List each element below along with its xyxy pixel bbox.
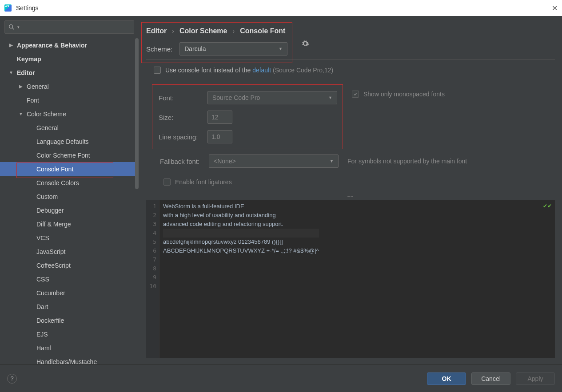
font-dropdown[interactable]: Source Code Pro ▼ <box>207 91 337 104</box>
tree-item-vcs[interactable]: VCS <box>0 231 139 245</box>
show-monospaced-label: Show only monospaced fonts <box>363 91 445 98</box>
tree-item-debugger[interactable]: Debugger <box>0 203 139 217</box>
tree-item-general[interactable]: General <box>0 121 139 135</box>
chevron-right-icon: › <box>232 28 235 35</box>
tree-item-label: Debugger <box>36 207 64 214</box>
close-icon[interactable]: ✕ <box>552 4 558 12</box>
default-link[interactable]: default <box>252 67 271 74</box>
window-title: Settings <box>16 4 39 12</box>
tree-item-handlebars-mustache[interactable]: Handlebars/Mustache <box>0 355 139 364</box>
svg-line-1 <box>12 28 14 30</box>
svg-point-0 <box>9 25 13 28</box>
line-spacing-label: Line spacing: <box>159 133 203 141</box>
tree-item-language-defaults[interactable]: Language Defaults <box>0 135 139 148</box>
search-dropdown-icon[interactable]: ▾ <box>17 25 20 29</box>
tree-item-dockerfile[interactable]: Dockerfile <box>0 313 139 327</box>
tree-item-editor[interactable]: ▼Editor <box>0 66 139 79</box>
tree-item-console-colors[interactable]: Console Colors <box>0 176 139 190</box>
tree-item-color-scheme[interactable]: ▼Color Scheme <box>0 107 139 121</box>
tree-item-label: Console Font <box>36 166 73 173</box>
font-label: Font: <box>159 94 203 102</box>
cancel-button[interactable]: Cancel <box>471 372 510 385</box>
tree-item-label: Dart <box>36 303 48 310</box>
sidebar-scrollbar[interactable] <box>135 38 139 364</box>
tree-item-label: Color Scheme Font <box>36 152 90 159</box>
tree-item-keymap[interactable]: Keymap <box>0 52 139 66</box>
size-label: Size: <box>159 114 203 121</box>
resize-grip[interactable]: ┅┅ <box>146 194 555 199</box>
tree-item-label: Handlebars/Mustache <box>36 358 97 365</box>
fallback-label: Fallback font: <box>160 158 204 165</box>
ligatures-checkbox[interactable] <box>163 178 171 186</box>
scheme-label: Scheme: <box>146 45 172 53</box>
tree-item-label: Cucumber <box>36 289 65 297</box>
tree-item-label: Color Scheme <box>27 111 66 118</box>
gear-icon[interactable] <box>301 40 309 48</box>
tree-item-diff-merge[interactable]: Diff & Merge <box>0 217 139 231</box>
highlight-marker-header: Editor › Color Scheme › Console Font Sch… <box>141 22 292 63</box>
tree-item-css[interactable]: CSS <box>0 272 139 286</box>
show-monospaced-checkbox[interactable] <box>352 91 359 98</box>
tree-item-dart[interactable]: Dart <box>0 300 139 313</box>
tree-item-label: Appearance & Behavior <box>17 42 87 49</box>
size-input[interactable]: 12 <box>207 111 232 124</box>
ligatures-label: Enable font ligatures <box>175 178 232 186</box>
tree-item-label: Editor <box>17 69 35 76</box>
chevron-right-icon: › <box>172 28 174 35</box>
help-button[interactable]: ? <box>7 374 17 384</box>
tree-item-haml[interactable]: Haml <box>0 341 139 355</box>
breadcrumb-editor[interactable]: Editor <box>146 27 167 35</box>
window-titlebar: Settings ✕ <box>0 0 562 16</box>
tree-item-label: Custom <box>36 193 58 200</box>
settings-tree: ▶Appearance & BehaviorKeymap▼Editor▶Gene… <box>0 38 139 364</box>
tree-item-label: Keymap <box>17 55 41 63</box>
breadcrumb: Editor › Color Scheme › Console Font <box>142 27 287 35</box>
tree-item-label: Console Colors <box>36 179 79 186</box>
tree-item-label: VCS <box>36 234 49 242</box>
tree-item-coffeescript[interactable]: CoffeeScript <box>0 258 139 272</box>
tree-item-label: General <box>27 83 49 90</box>
tree-item-font[interactable]: Font <box>0 93 139 107</box>
tree-item-cucumber[interactable]: Cucumber <box>0 286 139 300</box>
tree-item-general[interactable]: ▶General <box>0 79 139 93</box>
highlight-marker-font: Font: Source Code Pro ▼ Size: 12 Line sp… <box>152 84 343 149</box>
preview-code[interactable]: WebStorm is a full-featured IDE with a h… <box>159 200 323 358</box>
dialog-footer: ? OK Cancel Apply <box>0 364 562 392</box>
preview-gutter: 12345678910 <box>146 200 159 358</box>
tree-item-custom[interactable]: Custom <box>0 190 139 203</box>
chevron-down-icon: ▼ <box>328 95 332 100</box>
fallback-hint: For symbols not supported by the main fo… <box>347 158 467 165</box>
tree-item-label: EJS <box>36 331 48 338</box>
scheme-value: Darcula <box>184 45 279 52</box>
inspection-ok-icon[interactable]: ✔✔ <box>543 203 552 209</box>
tree-item-javascript[interactable]: JavaScript <box>0 245 139 258</box>
fallback-dropdown[interactable]: <None> ▼ <box>209 154 339 168</box>
font-preview: 12345678910 WebStorm is a full-featured … <box>146 200 555 358</box>
tree-item-ejs[interactable]: EJS <box>0 327 139 341</box>
settings-content: Editor › Color Scheme › Console Font Sch… <box>139 16 562 364</box>
scheme-dropdown[interactable]: Darcula ▼ <box>179 42 287 55</box>
tree-item-label: Language Defaults <box>36 138 89 145</box>
chevron-down-icon: ▼ <box>279 47 283 51</box>
line-spacing-input[interactable]: 1.0 <box>207 130 232 143</box>
tree-item-appearance-behavior[interactable]: ▶Appearance & Behavior <box>0 38 139 52</box>
search-input[interactable]: ▾ <box>4 20 134 34</box>
ok-button[interactable]: OK <box>427 372 466 385</box>
tree-item-label: Diff & Merge <box>36 221 71 228</box>
search-icon <box>8 24 15 30</box>
use-console-font-checkbox[interactable] <box>154 67 161 74</box>
use-console-font-label: Use console font instead of the default … <box>165 67 333 74</box>
app-icon <box>4 4 12 12</box>
tree-item-label: Font <box>27 97 39 104</box>
tree-item-label: JavaScript <box>36 248 65 255</box>
tree-item-label: General <box>36 124 59 131</box>
chevron-down-icon: ▼ <box>330 159 334 163</box>
breadcrumb-colorscheme[interactable]: Color Scheme <box>179 27 227 35</box>
tree-item-label: CSS <box>36 276 49 283</box>
apply-button[interactable]: Apply <box>516 372 555 385</box>
tree-item-console-font[interactable]: Console Font <box>0 162 139 176</box>
tree-item-label: Haml <box>36 344 51 352</box>
settings-sidebar: ▾ ▶Appearance & BehaviorKeymap▼Editor▶Ge… <box>0 16 139 364</box>
tree-item-label: Dockerfile <box>36 317 64 324</box>
tree-item-color-scheme-font[interactable]: Color Scheme Font <box>0 148 139 162</box>
